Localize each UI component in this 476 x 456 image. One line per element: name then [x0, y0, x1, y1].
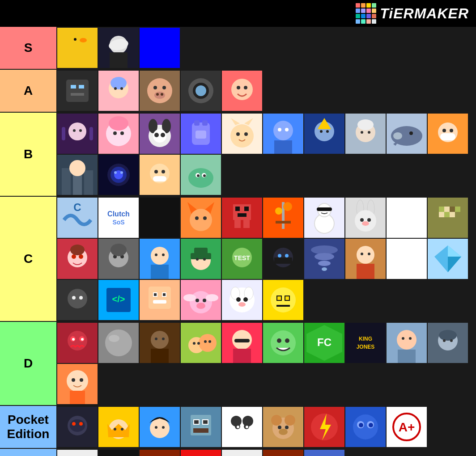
avatar-polar[interactable]: [222, 280, 262, 320]
avatar-backpack[interactable]: [181, 114, 221, 154]
avatar-purple-girl[interactable]: [57, 114, 98, 154]
avatar-snowman[interactable]: [304, 198, 344, 238]
avatar-pig-face[interactable]: [140, 71, 180, 111]
avatar-king-jones[interactable]: KINGJONES: [345, 323, 386, 363]
avatar-boy-red[interactable]: [345, 239, 386, 279]
avatar-grade-a[interactable]: A+: [387, 407, 427, 447]
avatar-blue-bright[interactable]: [140, 28, 180, 68]
svg-point-259: [271, 330, 296, 355]
avatar-fc-logo[interactable]: FC: [304, 323, 344, 363]
avatar-gray-girl[interactable]: [98, 239, 139, 279]
avatar-blue-char[interactable]: [263, 114, 303, 154]
avatar-white-hair[interactable]: [98, 28, 139, 68]
avatar-fire-sword[interactable]: [263, 198, 303, 238]
avatar-yellow-face[interactable]: [263, 280, 303, 320]
avatar-white1[interactable]: [387, 198, 427, 238]
tier-label-pe: Pocket Edition: [0, 406, 56, 448]
avatar-dark-blue-fly[interactable]: [304, 114, 344, 154]
svg-rect-194: [387, 239, 427, 279]
avatar-slime[interactable]: [181, 155, 221, 195]
avatar-chibi[interactable]: [57, 364, 98, 404]
avatar-kid-blue[interactable]: [140, 239, 180, 279]
avatar-teddy[interactable]: [263, 407, 303, 447]
avatar-shadow-char[interactable]: [57, 280, 98, 320]
avatar-steve[interactable]: [181, 407, 221, 447]
avatar-pig-fly[interactable]: [181, 280, 221, 320]
logo-grid-icon: [356, 3, 376, 24]
avatar-adventure[interactable]: [181, 323, 221, 363]
svg-point-76: [361, 131, 363, 134]
svg-rect-102: [153, 176, 166, 182]
avatar-vegeta[interactable]: [140, 407, 180, 447]
avatar-inner-crown-char: [98, 407, 139, 447]
avatar-green-laugh[interactable]: [263, 323, 303, 363]
svg-point-200: [68, 289, 87, 308]
avatar-red-creeper[interactable]: [222, 198, 262, 238]
avatar-sunglasses[interactable]: [98, 450, 139, 456]
avatar-inner-pixel: [428, 198, 468, 238]
svg-rect-231: [277, 296, 281, 300]
avatar-diamond[interactable]: [428, 239, 468, 279]
avatar-clutch[interactable]: ClutchSoS: [98, 198, 139, 238]
svg-point-249: [199, 334, 217, 352]
svg-rect-207: [149, 287, 171, 309]
svg-rect-84: [440, 133, 455, 140]
avatar-panda[interactable]: [222, 407, 262, 447]
avatar-monster[interactable]: [57, 323, 98, 363]
avatar-ninja[interactable]: [263, 239, 303, 279]
avatar-dj-helm[interactable]: [181, 71, 221, 111]
avatar-white-skin[interactable]: [222, 450, 262, 456]
avatar-white-hair2[interactable]: [345, 114, 386, 154]
avatar-anime-mask[interactable]: [140, 155, 180, 195]
svg-text:TEST: TEST: [234, 254, 250, 262]
avatar-whale[interactable]: [387, 114, 427, 154]
avatar-crown-char[interactable]: [98, 407, 139, 447]
avatar-anime-red[interactable]: [57, 239, 98, 279]
avatar-lemur[interactable]: [140, 114, 180, 154]
avatar-space-glow[interactable]: [98, 155, 139, 195]
avatar-anime-fighter[interactable]: [387, 323, 427, 363]
svg-point-159: [70, 245, 85, 255]
avatar-dark-player[interactable]: [140, 323, 180, 363]
avatar-candy-man[interactable]: [222, 71, 262, 111]
svg-rect-151: [439, 212, 444, 217]
svg-rect-193: [357, 264, 374, 279]
svg-rect-150: [450, 207, 455, 212]
avatar-white2[interactable]: [387, 239, 427, 279]
avatar-cool-pose[interactable]: [222, 323, 262, 363]
avatar-logo-wave[interactable]: C: [57, 198, 98, 238]
avatar-robot[interactable]: [57, 71, 98, 111]
avatar-test-char[interactable]: TEST: [222, 239, 262, 279]
avatar-fox[interactable]: [181, 198, 221, 238]
avatar-pixel[interactable]: [428, 198, 468, 238]
avatar-pink-hood[interactable]: [98, 114, 139, 154]
avatar-biker[interactable]: [428, 323, 468, 363]
avatar-flash[interactable]: [304, 407, 344, 447]
avatar-tornado[interactable]: [304, 239, 344, 279]
avatar-masked[interactable]: [428, 114, 468, 154]
avatar-pink-adventure[interactable]: [98, 71, 139, 111]
avatar-mc-skin[interactable]: [140, 450, 180, 456]
avatar-dark-knight[interactable]: [57, 407, 98, 447]
tier-row-s: S: [0, 27, 476, 70]
svg-point-120: [203, 216, 207, 220]
avatar-black1[interactable]: [140, 198, 180, 238]
avatar-rabbit[interactable]: [345, 198, 386, 238]
avatar-cow[interactable]: [57, 450, 98, 456]
svg-point-188: [322, 267, 327, 271]
avatar-sphere[interactable]: [98, 323, 139, 363]
avatar-shocked[interactable]: [304, 450, 344, 456]
avatar-city-anime[interactable]: [57, 155, 98, 195]
svg-rect-154: [455, 207, 460, 212]
avatar-hacker[interactable]: </>: [98, 280, 139, 320]
avatar-blue-alien[interactable]: [345, 407, 386, 447]
avatar-green-hat[interactable]: [181, 239, 221, 279]
svg-point-310: [237, 426, 239, 428]
avatar-head[interactable]: [140, 280, 180, 320]
svg-point-119: [195, 216, 199, 220]
avatar-inner-steve: [181, 407, 221, 447]
avatar-demon[interactable]: [263, 450, 303, 456]
avatar-duck[interactable]: [57, 28, 98, 68]
avatar-red-bar[interactable]: [181, 450, 221, 456]
avatar-cat-smile[interactable]: [222, 114, 262, 154]
